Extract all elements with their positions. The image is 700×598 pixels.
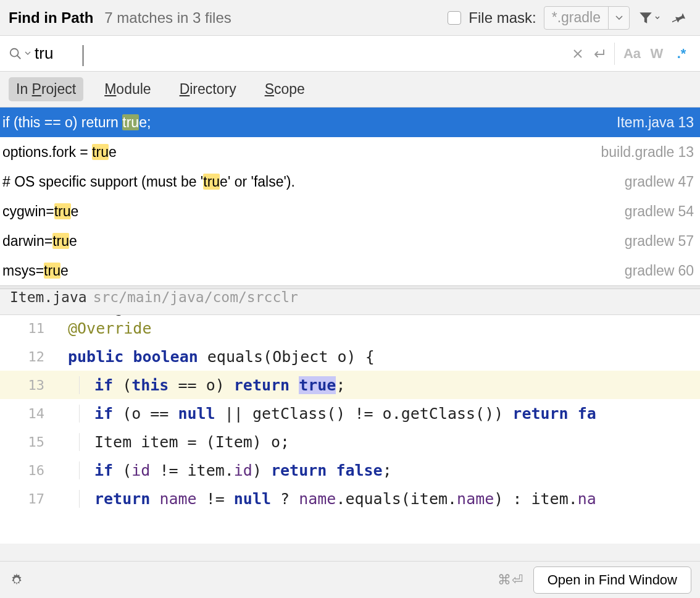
file-mask-select[interactable]: *.gradle: [544, 6, 630, 30]
search-history-chevron-icon[interactable]: [25, 51, 31, 56]
result-file: gradlew: [625, 203, 675, 220]
match-count: 7 matches in 3 files: [104, 9, 231, 27]
result-row[interactable]: cygwin=true gradlew 54: [0, 196, 700, 226]
scope-tabs: In Project Module Directory Scope: [0, 72, 700, 107]
text-caret: [83, 45, 83, 66]
result-file: Item.java: [617, 114, 674, 131]
result-row[interactable]: msys=true gradlew 60: [0, 256, 700, 285]
shortcut-hint: ⌘⏎: [498, 572, 523, 588]
footer-bar: ⌘⏎ Open in Find Window: [0, 561, 700, 598]
result-file: gradlew: [625, 263, 675, 279]
result-line: 60: [678, 263, 694, 279]
tab-in-project[interactable]: In Project: [9, 77, 83, 101]
tab-module[interactable]: Module: [97, 77, 158, 101]
open-in-find-window-button[interactable]: Open in Find Window: [533, 566, 691, 594]
result-line: 54: [678, 203, 694, 220]
whole-word-toggle[interactable]: W: [644, 46, 669, 62]
search-icon[interactable]: [6, 47, 25, 61]
results-list: if (this == o) return true; Item.java 13…: [0, 107, 700, 285]
settings-icon[interactable]: [9, 572, 25, 588]
regex-toggle[interactable]: .*: [669, 46, 694, 62]
filter-icon[interactable]: [637, 6, 660, 30]
result-row[interactable]: if (this == o) return true; Item.java 13: [0, 107, 700, 137]
search-input[interactable]: [31, 41, 567, 65]
search-bar: Aa W .*: [0, 36, 700, 72]
divider: [614, 43, 615, 65]
gutter-line-number: 13: [0, 377, 57, 393]
result-row[interactable]: options.fork = true build.gradle 13: [0, 137, 700, 167]
code-preview[interactable]: 10 String name; 11 @Override 12 public b…: [0, 315, 700, 544]
result-row[interactable]: darwin=true gradlew 57: [0, 226, 700, 256]
svg-line-1: [17, 55, 21, 59]
preview-path: src/main/java/com/srcclr: [93, 289, 298, 305]
result-line: 47: [678, 174, 694, 190]
gutter-line-number: 12: [0, 349, 57, 364]
result-row[interactable]: # OS specific support (must be 'true' or…: [0, 167, 700, 196]
gutter-line-number: 11: [0, 321, 57, 336]
gutter-line-number: 17: [0, 491, 57, 507]
file-mask-label: File mask:: [469, 9, 536, 27]
tab-directory[interactable]: Directory: [172, 77, 244, 101]
result-file: build.gradle: [601, 144, 674, 161]
svg-point-0: [10, 48, 19, 56]
file-mask-value: *.gradle: [544, 9, 608, 26]
preview-filename: Item.java: [10, 289, 87, 305]
gutter-line-number: 15: [0, 434, 57, 450]
result-line: 57: [678, 233, 694, 250]
gutter-line-number: 14: [0, 406, 57, 421]
match-case-toggle[interactable]: Aa: [620, 46, 644, 62]
result-line: 13: [678, 144, 694, 161]
gutter-line-number: 16: [0, 463, 57, 478]
result-file: gradlew: [625, 233, 675, 250]
result-line: 13: [678, 114, 694, 131]
result-file: gradlew: [625, 174, 675, 190]
file-mask-checkbox[interactable]: [448, 11, 461, 25]
pin-icon[interactable]: [668, 6, 691, 30]
header-bar: Find in Path 7 matches in 3 files File m…: [0, 0, 700, 36]
clear-search-icon[interactable]: [567, 43, 588, 64]
preview-header: Item.java src/main/java/com/srcclr: [0, 289, 700, 315]
tab-scope[interactable]: Scope: [257, 77, 312, 101]
dialog-title: Find in Path: [9, 9, 93, 27]
chevron-down-icon[interactable]: [608, 7, 629, 29]
newline-icon[interactable]: [588, 43, 609, 64]
